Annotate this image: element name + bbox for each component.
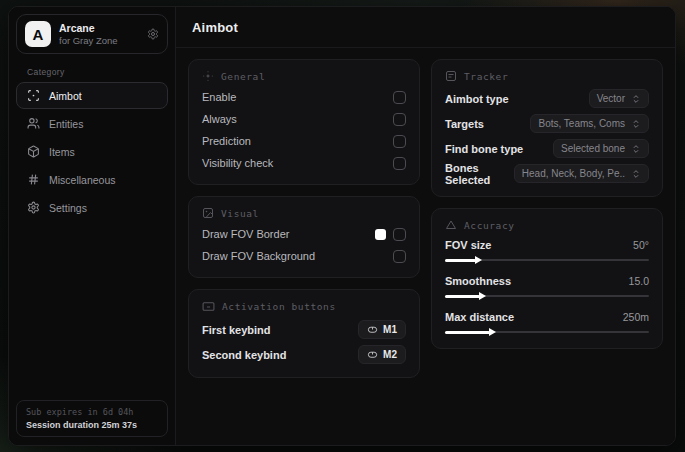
always-checkbox[interactable] bbox=[393, 113, 406, 126]
slider-setting: FOV size 50° bbox=[445, 235, 649, 264]
select-value: Bots, Teams, Coms bbox=[538, 118, 625, 129]
slider-value: 250m bbox=[623, 311, 649, 323]
slider-fill bbox=[445, 295, 480, 298]
setting-row: Visibility check bbox=[202, 152, 406, 174]
chevrons-up-down-icon bbox=[631, 144, 641, 154]
chevrons-up-down-icon bbox=[631, 169, 641, 179]
bones-selected-select[interactable]: Head, Neck, Body, Pe.. bbox=[514, 164, 649, 183]
app-subtitle: for Gray Zone bbox=[59, 35, 139, 46]
setting-row: Targets Bots, Teams, Coms bbox=[445, 111, 649, 136]
sidebar-item-miscellaneous[interactable]: Miscellaneous bbox=[16, 166, 168, 193]
setting-label: First keybind bbox=[202, 324, 270, 336]
tracker-card: Tracker Aimbot type Vector Targets bbox=[431, 59, 663, 197]
sidebar-item-settings[interactable]: Settings bbox=[16, 194, 168, 221]
section-title: Visual bbox=[221, 208, 259, 219]
slider-setting: Smoothness 15.0 bbox=[445, 271, 649, 300]
session-duration-text: Session duration 25m 37s bbox=[26, 420, 158, 430]
section-title: General bbox=[221, 71, 265, 82]
setting-label: Find bone type bbox=[445, 143, 523, 155]
sidebar-item-label: Items bbox=[49, 146, 75, 158]
visibility-check-checkbox[interactable] bbox=[393, 157, 406, 170]
section-title: Accuracy bbox=[464, 220, 515, 231]
sidebar-item-aimbot[interactable]: Aimbot bbox=[16, 82, 168, 109]
setting-label: FOV size bbox=[445, 239, 491, 251]
general-card: General Enable Always Prediction bbox=[188, 59, 420, 185]
slider-fill bbox=[445, 331, 490, 334]
setting-row: First keybind M1 bbox=[202, 317, 406, 342]
app-logo: A bbox=[25, 21, 51, 47]
setting-row: Find bone type Selected bone bbox=[445, 136, 649, 161]
section-title: Activation buttons bbox=[222, 301, 336, 312]
subscription-card: Sub expires in 6d 04h Session duration 2… bbox=[16, 400, 168, 437]
sidebar-item-label: Settings bbox=[49, 202, 87, 214]
right-column: Tracker Aimbot type Vector Targets bbox=[431, 59, 663, 349]
fov-size-slider[interactable] bbox=[445, 256, 649, 264]
select-value: Selected bone bbox=[561, 143, 625, 154]
brand-card: A Arcane for Gray Zone bbox=[16, 14, 168, 54]
list-box-icon bbox=[445, 70, 457, 82]
max-distance-slider[interactable] bbox=[445, 328, 649, 336]
setting-label: Always bbox=[202, 113, 237, 125]
setting-label: Aimbot type bbox=[445, 93, 509, 105]
sidebar-item-label: Miscellaneous bbox=[49, 174, 116, 186]
slider-setting: Max distance 250m bbox=[445, 307, 649, 336]
setting-row: Always bbox=[202, 108, 406, 130]
chevrons-up-down-icon bbox=[631, 119, 641, 129]
slider-fill bbox=[445, 259, 476, 262]
setting-label: Enable bbox=[202, 91, 236, 103]
crosshair-scan-icon bbox=[27, 89, 40, 102]
image-icon bbox=[202, 207, 214, 219]
setting-label: Draw FOV Background bbox=[202, 250, 315, 262]
select-value: Vector bbox=[597, 93, 625, 104]
setting-label: Visibility check bbox=[202, 157, 273, 169]
setting-label: Second keybind bbox=[202, 349, 286, 361]
select-value: Head, Neck, Body, Pe.. bbox=[522, 168, 625, 179]
draw-fov-background-checkbox[interactable] bbox=[393, 250, 406, 263]
draw-fov-border-checkbox[interactable] bbox=[393, 228, 406, 241]
main-panel: Aimbot General Enable bbox=[176, 7, 675, 445]
setting-row: Aimbot type Vector bbox=[445, 86, 649, 111]
section-title: Tracker bbox=[464, 71, 508, 82]
sidebar-item-items[interactable]: Items bbox=[16, 138, 168, 165]
setting-row: Second keybind M2 bbox=[202, 342, 406, 367]
mouse-icon bbox=[367, 324, 378, 335]
setting-row: Enable bbox=[202, 86, 406, 108]
sidebar-nav: Aimbot Entities Items Miscellaneous bbox=[16, 82, 168, 221]
aimbot-type-select[interactable]: Vector bbox=[589, 89, 649, 108]
main-header: Aimbot bbox=[176, 7, 675, 48]
mouse-icon bbox=[367, 349, 378, 360]
setting-label: Targets bbox=[445, 118, 484, 130]
content-area: General Enable Always Prediction bbox=[176, 48, 675, 389]
slider-value: 15.0 bbox=[629, 275, 649, 287]
setting-label: Max distance bbox=[445, 311, 514, 323]
prediction-checkbox[interactable] bbox=[393, 135, 406, 148]
triangle-icon bbox=[445, 219, 457, 231]
setting-row: Bones Selected Head, Neck, Body, Pe.. bbox=[445, 161, 649, 186]
sub-expiry-text: Sub expires in 6d 04h bbox=[26, 407, 158, 417]
sidebar-item-entities[interactable]: Entities bbox=[16, 110, 168, 137]
package-icon bbox=[27, 145, 40, 158]
gear-icon bbox=[27, 201, 40, 214]
slider-value: 50° bbox=[633, 239, 649, 251]
smoothness-slider[interactable] bbox=[445, 292, 649, 300]
keybind-value: M2 bbox=[383, 349, 397, 360]
sidebar-item-label: Entities bbox=[49, 118, 83, 130]
first-keybind-button[interactable]: M1 bbox=[358, 320, 406, 339]
gear-icon[interactable] bbox=[147, 28, 159, 40]
keyboard-icon bbox=[202, 300, 215, 313]
hash-grid-icon bbox=[27, 173, 40, 186]
setting-row: Draw FOV Background bbox=[202, 245, 406, 267]
page-title: Aimbot bbox=[192, 20, 238, 35]
sidebar: A Arcane for Gray Zone Category Aimbot bbox=[9, 7, 176, 445]
accuracy-card: Accuracy FOV size 50° bbox=[431, 208, 663, 349]
second-keybind-button[interactable]: M2 bbox=[358, 345, 406, 364]
app-window: A Arcane for Gray Zone Category Aimbot bbox=[8, 6, 676, 446]
setting-row: Prediction bbox=[202, 130, 406, 152]
sidebar-item-label: Aimbot bbox=[49, 90, 82, 102]
enable-checkbox[interactable] bbox=[393, 91, 406, 104]
left-column: General Enable Always Prediction bbox=[188, 59, 420, 378]
setting-label: Prediction bbox=[202, 135, 251, 147]
find-bone-type-select[interactable]: Selected bone bbox=[553, 139, 649, 158]
targets-select[interactable]: Bots, Teams, Coms bbox=[530, 114, 649, 133]
fov-border-color-swatch[interactable] bbox=[375, 229, 386, 240]
